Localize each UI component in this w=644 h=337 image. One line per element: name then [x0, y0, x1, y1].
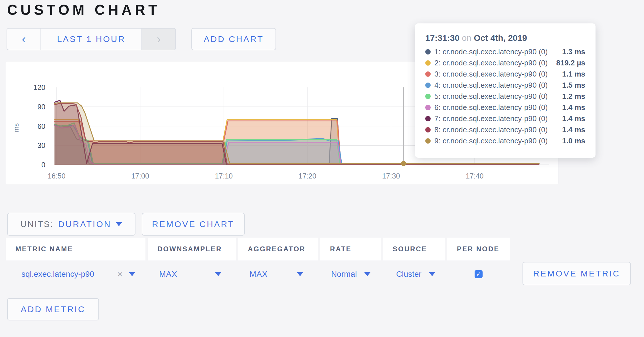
y-tick-label: 60 [37, 122, 45, 130]
chevron-down-icon [116, 222, 122, 226]
tooltip-series-row: 6: cr.node.sql.exec.latency-p90 (0)1.4 m… [425, 102, 585, 113]
tooltip-series-row: 9: cr.node.sql.exec.latency-p90 (0)1.0 m… [425, 135, 585, 147]
series-color-dot-icon [425, 83, 431, 88]
series-label: 4: cr.node.sql.exec.latency-p90 (0) [434, 81, 548, 90]
series-color-dot-icon [425, 105, 431, 110]
chevron-left-icon: ‹ [22, 32, 26, 46]
series-value: 1.4 ms [562, 114, 585, 123]
downsampler-value: MAX [159, 270, 177, 279]
time-range-selector: ‹ LAST 1 HOUR › [7, 28, 176, 50]
units-value: DURATION [58, 219, 111, 229]
clear-metric-icon[interactable]: × [117, 269, 123, 280]
series-label: 9: cr.node.sql.exec.latency-p90 (0) [434, 137, 548, 145]
column-header-metric-name: METRIC NAME [6, 238, 145, 260]
series-value: 1.5 ms [562, 81, 585, 90]
chart-hover-tooltip: 17:31:30 on Oct 4th, 2019 1: cr.node.sql… [415, 23, 596, 158]
tooltip-series-list: 1: cr.node.sql.exec.latency-p90 (0)1.3 m… [425, 46, 585, 147]
time-range-prev-button[interactable]: ‹ [7, 29, 41, 50]
series-value: 1.2 ms [562, 92, 585, 101]
series-label: 2: cr.node.sql.exec.latency-p90 (0) [434, 59, 548, 67]
series-color-dot-icon [425, 127, 431, 133]
column-header-source: SOURCE [383, 238, 445, 260]
x-tick-label: 17:00 [131, 172, 149, 180]
hover-point [401, 161, 406, 166]
aggregator-dropdown[interactable]: MAX [238, 260, 318, 288]
chevron-down-icon [297, 272, 303, 276]
series-color-dot-icon [425, 94, 431, 99]
downsampler-dropdown[interactable]: MAX [148, 260, 236, 288]
series-value: 1.4 ms [562, 125, 585, 134]
chevron-down-icon [215, 272, 221, 276]
y-axis-label: ms [13, 123, 20, 132]
source-value: Cluster [396, 270, 422, 279]
units-label: UNITS: [21, 219, 54, 229]
time-range-next-button[interactable]: › [141, 29, 175, 50]
series-label: 1: cr.node.sql.exec.latency-p90 (0) [434, 47, 548, 56]
chevron-down-icon [129, 272, 135, 276]
tooltip-series-row: 3: cr.node.sql.exec.latency-p90 (0)1.1 m… [425, 69, 585, 80]
series-color-dot-icon [425, 60, 431, 66]
series-value: 1.4 ms [562, 103, 585, 112]
series-label: 7: cr.node.sql.exec.latency-p90 (0) [434, 114, 548, 123]
y-tick-label: 90 [37, 103, 45, 111]
tooltip-series-row: 2: cr.node.sql.exec.latency-p90 (0)819.2… [425, 57, 585, 69]
column-header-rate: RATE [320, 238, 381, 260]
rate-value: Normal [331, 270, 357, 279]
metric-name-dropdown[interactable]: sql.exec.latency-p90 × [6, 260, 145, 288]
tooltip-series-row: 8: cr.node.sql.exec.latency-p90 (0)1.4 m… [425, 124, 585, 135]
add-chart-button[interactable]: ADD CHART [191, 28, 276, 50]
per-node-checkbox[interactable]: ✓ [475, 270, 483, 278]
series-label: 8: cr.node.sql.exec.latency-p90 (0) [434, 125, 548, 134]
page-title: CUSTOM CHART [7, 2, 160, 18]
series-color-dot-icon [425, 49, 431, 55]
tooltip-connector: on [459, 33, 474, 43]
series-color-dot-icon [425, 138, 431, 144]
custom-chart-page: CUSTOM CHART ‹ LAST 1 HOUR › ADD CHART 0… [0, 0, 644, 337]
y-tick-label: 0 [41, 161, 45, 169]
aggregator-value: MAX [250, 270, 268, 279]
series-label: 3: cr.node.sql.exec.latency-p90 (0) [434, 70, 548, 79]
series-label: 5: cr.node.sql.exec.latency-p90 (0) [434, 92, 548, 101]
series-value: 819.2 µs [556, 59, 585, 67]
tooltip-series-row: 7: cr.node.sql.exec.latency-p90 (0)1.4 m… [425, 113, 585, 124]
series-color-dot-icon [425, 116, 431, 121]
rate-dropdown[interactable]: Normal [320, 260, 381, 288]
chevron-down-icon [364, 272, 370, 276]
remove-chart-button[interactable]: REMOVE CHART [142, 213, 245, 236]
per-node-cell: ✓ [447, 260, 510, 288]
units-dropdown[interactable]: UNITS: DURATION [7, 213, 135, 236]
chevron-down-icon [429, 272, 435, 276]
tooltip-series-row: 4: cr.node.sql.exec.latency-p90 (0)1.5 m… [425, 80, 585, 91]
x-tick-label: 17:40 [466, 172, 484, 180]
checkmark-icon: ✓ [476, 271, 481, 278]
x-tick-label: 16:50 [48, 172, 66, 180]
tooltip-time: 17:31:30 [425, 33, 459, 43]
y-tick-label: 30 [37, 141, 45, 149]
column-header-actions [512, 238, 638, 260]
x-tick-label: 17:30 [382, 172, 400, 180]
tooltip-date: Oct 4th, 2019 [474, 33, 527, 43]
column-header-downsampler: DOWNSAMPLER [148, 238, 236, 260]
remove-metric-button[interactable]: REMOVE METRIC [523, 262, 631, 285]
series-value: 1.1 ms [562, 70, 585, 79]
chevron-right-icon: › [157, 32, 161, 46]
row-actions-cell: REMOVE METRIC [512, 260, 638, 288]
source-dropdown[interactable]: Cluster [383, 260, 445, 288]
add-metric-button[interactable]: ADD METRIC [7, 298, 99, 320]
tooltip-series-row: 5: cr.node.sql.exec.latency-p90 (0)1.2 m… [425, 91, 585, 102]
metric-name-value: sql.exec.latency-p90 [21, 270, 94, 279]
series-value: 1.3 ms [562, 47, 585, 56]
series-value: 1.0 ms [562, 137, 585, 145]
column-header-aggregator: AGGREGATOR [238, 238, 318, 260]
series-color-dot-icon [425, 71, 431, 77]
column-header-per-node: PER NODE [447, 238, 510, 260]
tooltip-timestamp: 17:31:30 on Oct 4th, 2019 [425, 33, 585, 43]
x-tick-label: 17:20 [299, 172, 317, 180]
x-tick-label: 17:10 [215, 172, 233, 180]
series-label: 6: cr.node.sql.exec.latency-p90 (0) [434, 103, 548, 112]
y-tick-label: 120 [33, 83, 45, 91]
tooltip-series-row: 1: cr.node.sql.exec.latency-p90 (0)1.3 m… [425, 46, 585, 57]
time-range-label[interactable]: LAST 1 HOUR [41, 29, 141, 50]
